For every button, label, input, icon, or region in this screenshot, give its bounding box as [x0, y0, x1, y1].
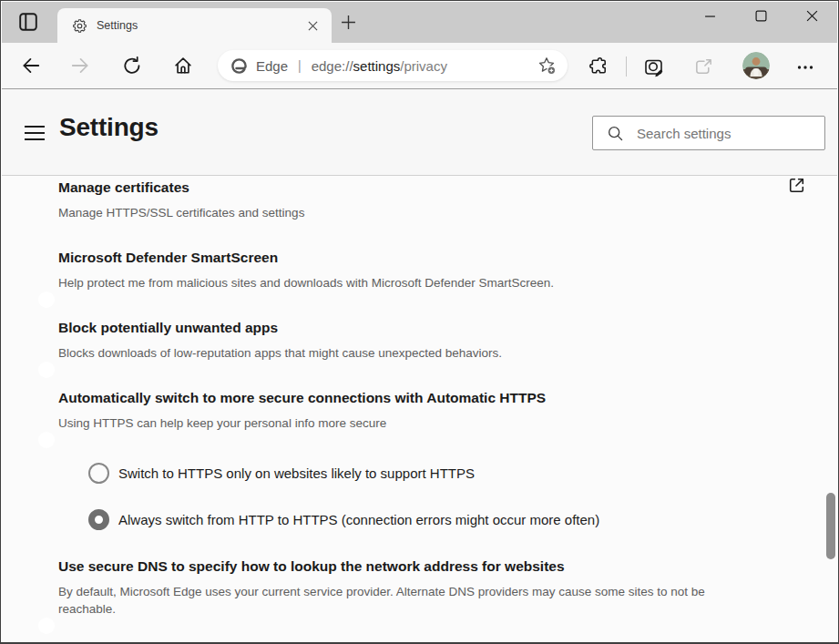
minimize-button[interactable]: [684, 2, 735, 33]
setting-subtitle: Help protect me from malicious sites and…: [58, 274, 762, 291]
toggle-knob: [38, 291, 55, 308]
web-capture-icon[interactable]: [643, 56, 664, 77]
close-icon: [806, 9, 818, 26]
external-link-icon[interactable]: [786, 177, 807, 196]
url-text: edge://settings/privacy: [312, 58, 447, 74]
tab-layout-icon: [17, 11, 39, 36]
setting-subtitle: Blocks downloads of low-reputation apps …: [58, 344, 762, 362]
scrollbar-thumb[interactable]: [826, 493, 835, 559]
https-options-group: Switch to HTTPS only on websites likely …: [88, 463, 820, 530]
search-icon: [607, 125, 624, 142]
page-title: Settings: [59, 113, 159, 142]
extensions-icon[interactable]: [588, 56, 609, 77]
home-icon[interactable]: [173, 56, 193, 76]
setting-title: Automatically switch to more secure conn…: [58, 389, 820, 407]
setting-title: Microsoft Defender SmartScreen: [58, 249, 820, 267]
setting-title: Use secure DNS to specify how to lookup …: [58, 557, 820, 576]
share-icon[interactable]: [693, 56, 714, 77]
tab-title: Settings: [97, 19, 304, 32]
new-tab-button[interactable]: [338, 14, 358, 34]
minimize-icon: [704, 9, 716, 26]
refresh-icon[interactable]: [122, 56, 142, 76]
radio-option-always-switch[interactable]: Always switch from HTTP to HTTPS (connec…: [88, 509, 820, 530]
search-settings-input[interactable]: [637, 126, 818, 141]
setting-row-automatic-https: Automatically switch to more secure conn…: [58, 389, 820, 432]
forward-icon[interactable]: [70, 56, 90, 76]
close-window-button[interactable]: [786, 2, 837, 33]
settings-content: Manage certificates Manage HTTPS/SSL cer…: [2, 177, 837, 640]
toggle-knob: [38, 362, 55, 378]
tab-settings[interactable]: Settings: [57, 8, 332, 43]
radio-label: Always switch from HTTP to HTTPS (connec…: [118, 509, 599, 530]
setting-title: Manage certificates: [58, 179, 820, 197]
setting-subtitle: Manage HTTPS/SSL certificates and settin…: [58, 204, 762, 221]
settings-gear-icon: [72, 18, 87, 34]
address-bar[interactable]: Edge | edge://settings/privacy: [218, 50, 568, 81]
add-favorite-icon[interactable]: [537, 56, 557, 76]
setting-row-secure-dns: Use secure DNS to specify how to lookup …: [58, 557, 820, 618]
radio-option-likely-support[interactable]: Switch to HTTPS only on websites likely …: [88, 463, 820, 484]
setting-row-manage-certificates: Manage certificates Manage HTTPS/SSL cer…: [58, 179, 820, 221]
toolbar-divider: [626, 56, 627, 77]
url-path: /privacy: [400, 58, 447, 74]
url-scheme: edge://: [312, 58, 353, 74]
radio-selected-icon[interactable]: [88, 509, 109, 530]
plus-icon: [341, 15, 356, 34]
address-separator: |: [298, 58, 302, 73]
settings-header: Settings: [2, 89, 837, 176]
settings-menu-icon[interactable]: [25, 126, 45, 140]
more-menu-icon[interactable]: [796, 58, 814, 77]
tab-bar: Settings: [2, 2, 837, 43]
window-controls: [684, 2, 837, 33]
back-icon[interactable]: [21, 56, 41, 76]
setting-subtitle: Using HTTPS can help keep your personal …: [58, 414, 762, 432]
setting-row-defender-smartscreen: Microsoft Defender SmartScreen Help prot…: [58, 249, 820, 291]
toggle-knob: [38, 618, 55, 634]
tab-actions-button[interactable]: [16, 12, 40, 36]
maximize-icon: [755, 9, 767, 26]
site-label: Edge: [256, 58, 288, 74]
radio-unselected-icon[interactable]: [88, 463, 109, 484]
toggle-knob: [38, 432, 55, 448]
profile-avatar[interactable]: [742, 52, 770, 79]
navigation-toolbar: Edge | edge://settings/privacy: [2, 43, 837, 89]
setting-row-block-unwanted-apps: Block potentially unwanted apps Blocks d…: [58, 319, 820, 362]
url-highlight: settings: [353, 58, 401, 74]
radio-label: Switch to HTTPS only on websites likely …: [118, 463, 475, 484]
close-tab-icon[interactable]: [304, 17, 321, 34]
maximize-button[interactable]: [735, 2, 786, 33]
edge-logo-icon: [230, 57, 248, 75]
setting-title: Block potentially unwanted apps: [58, 319, 820, 337]
settings-search-box[interactable]: [592, 116, 825, 150]
setting-subtitle: By default, Microsoft Edge uses your cur…: [58, 583, 762, 618]
browser-window: Settings: [0, 0, 839, 644]
